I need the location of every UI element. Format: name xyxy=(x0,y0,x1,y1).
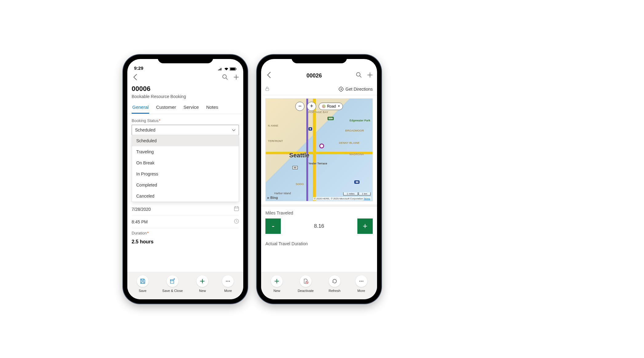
booking-status-label: Booking Status xyxy=(132,118,239,123)
time-field[interactable]: 8:45 PM xyxy=(132,216,239,228)
map-zoom-out[interactable]: − xyxy=(295,102,304,111)
miles-decrement-button[interactable]: - xyxy=(265,218,281,234)
calendar-icon xyxy=(234,206,239,212)
clock-icon xyxy=(234,219,239,225)
map-zoom-in[interactable]: + xyxy=(307,102,316,111)
command-bar: New Deactivate Refresh More xyxy=(261,272,377,299)
search-icon[interactable] xyxy=(356,72,362,79)
deactivate-icon xyxy=(303,278,308,284)
svg-point-17 xyxy=(356,73,360,76)
tab-customer[interactable]: Customer xyxy=(155,101,177,114)
map-scale-bar: 1 miles 1 km xyxy=(343,192,371,195)
map-type-icon xyxy=(322,104,326,108)
more-button[interactable]: More xyxy=(356,275,367,293)
map-type-select[interactable]: Road xyxy=(319,103,343,110)
dropdown-option-canceled[interactable]: Canceled xyxy=(132,191,239,202)
chevron-down-icon xyxy=(232,128,236,132)
tab-bar: General Customer Service Notes xyxy=(127,101,243,114)
new-label: New xyxy=(199,289,206,293)
svg-point-3 xyxy=(223,75,226,78)
status-time: 9:29 xyxy=(134,65,143,71)
record-id: 00006 xyxy=(132,85,239,93)
more-label: More xyxy=(224,289,232,293)
tab-notes[interactable]: Notes xyxy=(205,101,219,114)
dropdown-option-on-break[interactable]: On Break xyxy=(132,157,239,168)
search-icon[interactable] xyxy=(222,74,228,81)
map-location-marker[interactable] xyxy=(319,144,324,148)
tab-service[interactable]: Service xyxy=(183,101,199,114)
get-directions-label: Get Directions xyxy=(345,87,373,92)
dropdown-option-in-progress[interactable]: In Progress xyxy=(132,168,239,179)
svg-line-18 xyxy=(360,76,361,77)
map-type-label: Road xyxy=(327,104,336,108)
duration-value[interactable]: 2.5 hours xyxy=(132,237,239,245)
actual-travel-duration-label: Actual Travel Duration xyxy=(261,238,377,246)
plus-icon xyxy=(200,278,205,284)
more-icon xyxy=(359,278,364,284)
svg-point-16 xyxy=(229,281,230,281)
more-icon xyxy=(225,278,231,284)
back-button[interactable] xyxy=(132,73,138,84)
lock-icon xyxy=(265,87,269,92)
save-close-label: Save & Close xyxy=(162,289,183,293)
svg-rect-7 xyxy=(234,207,239,211)
time-value: 8:45 PM xyxy=(132,219,148,224)
more-button[interactable]: More xyxy=(222,275,234,293)
map-attribution: © 2020 HERE, © 2020 Microsoft Corporatio… xyxy=(313,197,371,200)
svg-point-14 xyxy=(226,281,227,281)
plus-icon xyxy=(274,278,280,284)
deactivate-button[interactable]: Deactivate xyxy=(298,275,314,293)
phone-mockup-2: 00026 Get Directions xyxy=(257,55,381,304)
dropdown-option-traveling[interactable]: Traveling xyxy=(132,146,239,157)
svg-point-15 xyxy=(228,281,229,281)
refresh-label: Refresh xyxy=(329,289,341,293)
save-label: Save xyxy=(139,289,146,293)
booking-status-select[interactable]: Scheduled xyxy=(132,125,239,135)
miles-traveled-label: Miles Traveled xyxy=(265,210,373,215)
refresh-button[interactable]: Refresh xyxy=(329,275,341,293)
svg-rect-21 xyxy=(266,89,269,91)
save-button[interactable]: Save xyxy=(137,275,149,293)
record-subtitle: Bookable Resource Booking xyxy=(132,94,239,99)
deactivate-label: Deactivate xyxy=(298,289,314,293)
booking-status-value: Scheduled xyxy=(135,128,155,132)
new-button[interactable]: New xyxy=(271,275,283,293)
record-id: 00026 xyxy=(306,73,322,79)
save-close-button[interactable]: Save & Close xyxy=(162,275,183,293)
tab-general[interactable]: General xyxy=(132,101,149,114)
new-label: New xyxy=(273,289,280,293)
get-directions-link[interactable]: Get Directions xyxy=(339,87,373,92)
more-label: More xyxy=(357,289,365,293)
save-close-icon xyxy=(170,278,175,284)
back-button[interactable] xyxy=(265,70,272,81)
svg-point-27 xyxy=(359,281,360,281)
date-field[interactable]: 7/28/2020 xyxy=(132,203,239,216)
map-terms-link[interactable]: Terms xyxy=(364,197,370,200)
svg-line-4 xyxy=(226,78,228,80)
miles-increment-button[interactable]: + xyxy=(357,218,373,234)
map-view[interactable]: PORTAGE BAY Edgewater Park BROADMOOR DEN… xyxy=(265,98,373,201)
save-icon xyxy=(140,278,145,284)
date-value: 7/28/2020 xyxy=(132,207,151,212)
svg-rect-1 xyxy=(230,68,235,70)
dropdown-option-completed[interactable]: Completed xyxy=(132,179,239,191)
add-button[interactable] xyxy=(233,74,239,81)
new-button[interactable]: New xyxy=(197,275,208,293)
phone-mockup-1: 9:29 xyxy=(123,55,248,304)
add-button[interactable] xyxy=(367,72,373,79)
refresh-icon xyxy=(332,278,337,284)
bing-logo: ▸ Bing xyxy=(268,196,278,200)
miles-traveled-value[interactable]: 8.16 xyxy=(281,223,357,229)
duration-label: Duration xyxy=(132,231,239,235)
map-city-label: Seattle xyxy=(289,152,309,159)
svg-point-29 xyxy=(362,281,363,281)
booking-status-dropdown: Scheduled Traveling On Break In Progress… xyxy=(132,135,239,202)
status-icons xyxy=(218,67,237,71)
svg-point-28 xyxy=(361,281,362,281)
svg-rect-2 xyxy=(236,68,237,70)
dropdown-option-scheduled[interactable]: Scheduled xyxy=(132,135,239,146)
directions-icon xyxy=(339,87,344,92)
command-bar: Save Save & Close New More xyxy=(127,272,243,299)
